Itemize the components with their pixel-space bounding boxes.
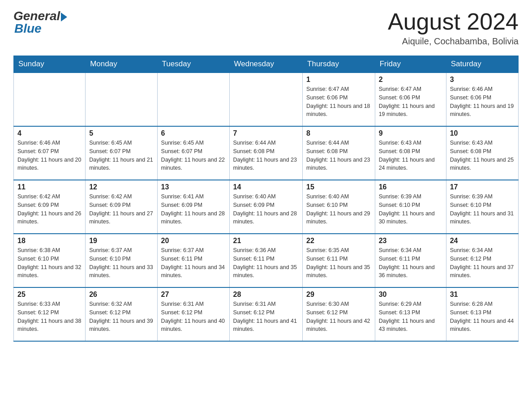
day-info: Sunrise: 6:47 AM Sunset: 6:06 PM Dayligh… — [306, 85, 371, 119]
calendar-week-row: 1Sunrise: 6:47 AM Sunset: 6:06 PM Daylig… — [14, 73, 519, 126]
logo: General Blue — [13, 9, 67, 36]
day-number: 14 — [233, 183, 299, 191]
calendar-day-cell: 28Sunrise: 6:31 AM Sunset: 6:12 PM Dayli… — [229, 287, 303, 341]
day-info: Sunrise: 6:42 AM Sunset: 6:09 PM Dayligh… — [17, 193, 82, 226]
day-number: 30 — [379, 291, 442, 299]
calendar-day-cell: 29Sunrise: 6:30 AM Sunset: 6:12 PM Dayli… — [303, 287, 375, 341]
calendar-day-header: Monday — [86, 56, 157, 73]
day-number: 18 — [17, 237, 82, 245]
day-info: Sunrise: 6:33 AM Sunset: 6:12 PM Dayligh… — [17, 300, 82, 334]
calendar-week-row: 11Sunrise: 6:42 AM Sunset: 6:09 PM Dayli… — [14, 180, 519, 234]
day-info: Sunrise: 6:41 AM Sunset: 6:09 PM Dayligh… — [161, 193, 226, 226]
calendar-day-cell: 12Sunrise: 6:42 AM Sunset: 6:09 PM Dayli… — [86, 180, 157, 234]
calendar-day-cell: 31Sunrise: 6:28 AM Sunset: 6:13 PM Dayli… — [446, 287, 518, 341]
day-info: Sunrise: 6:39 AM Sunset: 6:10 PM Dayligh… — [379, 193, 442, 226]
calendar-day-cell: 25Sunrise: 6:33 AM Sunset: 6:12 PM Dayli… — [14, 287, 86, 341]
day-info: Sunrise: 6:43 AM Sunset: 6:08 PM Dayligh… — [379, 139, 442, 172]
day-number: 15 — [306, 183, 371, 191]
day-number: 11 — [17, 183, 82, 191]
day-info: Sunrise: 6:37 AM Sunset: 6:10 PM Dayligh… — [89, 246, 153, 280]
day-info: Sunrise: 6:34 AM Sunset: 6:12 PM Dayligh… — [450, 246, 515, 280]
day-number: 24 — [450, 237, 515, 245]
day-info: Sunrise: 6:29 AM Sunset: 6:13 PM Dayligh… — [379, 300, 442, 334]
day-number: 29 — [306, 291, 371, 299]
calendar-day-cell — [14, 73, 86, 126]
day-info: Sunrise: 6:46 AM Sunset: 6:06 PM Dayligh… — [450, 85, 515, 119]
day-number: 28 — [233, 291, 299, 299]
calendar-day-header: Wednesday — [229, 56, 303, 73]
calendar-day-header: Sunday — [14, 56, 86, 73]
day-info: Sunrise: 6:32 AM Sunset: 6:12 PM Dayligh… — [89, 300, 153, 334]
month-title: August 2024 — [388, 9, 519, 34]
calendar-week-row: 4Sunrise: 6:46 AM Sunset: 6:07 PM Daylig… — [14, 126, 519, 180]
location: Aiquile, Cochabamba, Bolivia — [388, 36, 519, 47]
calendar-day-cell: 8Sunrise: 6:44 AM Sunset: 6:08 PM Daylig… — [303, 126, 375, 180]
day-info: Sunrise: 6:30 AM Sunset: 6:12 PM Dayligh… — [306, 300, 371, 334]
calendar-week-row: 25Sunrise: 6:33 AM Sunset: 6:12 PM Dayli… — [14, 287, 519, 341]
day-number: 16 — [379, 183, 442, 191]
calendar-day-cell: 19Sunrise: 6:37 AM Sunset: 6:10 PM Dayli… — [86, 234, 157, 287]
calendar-day-cell: 7Sunrise: 6:44 AM Sunset: 6:08 PM Daylig… — [229, 126, 303, 180]
day-number: 21 — [233, 237, 299, 245]
calendar-header-row: SundayMondayTuesdayWednesdayThursdayFrid… — [14, 56, 519, 73]
day-info: Sunrise: 6:36 AM Sunset: 6:11 PM Dayligh… — [233, 246, 299, 280]
calendar-week-row: 18Sunrise: 6:38 AM Sunset: 6:10 PM Dayli… — [14, 234, 519, 287]
calendar-day-header: Tuesday — [157, 56, 229, 73]
day-number: 26 — [89, 291, 153, 299]
calendar-day-cell: 3Sunrise: 6:46 AM Sunset: 6:06 PM Daylig… — [446, 73, 518, 126]
calendar-day-header: Saturday — [446, 56, 518, 73]
calendar-day-cell: 2Sunrise: 6:47 AM Sunset: 6:06 PM Daylig… — [375, 73, 446, 126]
day-number: 10 — [450, 129, 515, 137]
calendar-day-header: Thursday — [303, 56, 375, 73]
calendar-day-cell: 6Sunrise: 6:45 AM Sunset: 6:07 PM Daylig… — [157, 126, 229, 180]
calendar-day-header: Friday — [375, 56, 446, 73]
day-info: Sunrise: 6:45 AM Sunset: 6:07 PM Dayligh… — [89, 139, 153, 172]
day-info: Sunrise: 6:47 AM Sunset: 6:06 PM Dayligh… — [379, 85, 442, 119]
day-info: Sunrise: 6:39 AM Sunset: 6:10 PM Dayligh… — [450, 193, 515, 226]
day-number: 25 — [17, 291, 82, 299]
day-number: 19 — [89, 237, 153, 245]
day-info: Sunrise: 6:37 AM Sunset: 6:11 PM Dayligh… — [161, 246, 226, 280]
calendar-day-cell — [157, 73, 229, 126]
day-info: Sunrise: 6:31 AM Sunset: 6:12 PM Dayligh… — [233, 300, 299, 334]
day-number: 27 — [161, 291, 226, 299]
day-number: 8 — [306, 129, 371, 137]
day-info: Sunrise: 6:44 AM Sunset: 6:08 PM Dayligh… — [233, 139, 299, 172]
day-info: Sunrise: 6:44 AM Sunset: 6:08 PM Dayligh… — [306, 139, 371, 172]
day-info: Sunrise: 6:46 AM Sunset: 6:07 PM Dayligh… — [17, 139, 82, 172]
day-number: 1 — [306, 76, 371, 84]
calendar-day-cell: 4Sunrise: 6:46 AM Sunset: 6:07 PM Daylig… — [14, 126, 86, 180]
calendar-day-cell: 14Sunrise: 6:40 AM Sunset: 6:09 PM Dayli… — [229, 180, 303, 234]
day-info: Sunrise: 6:45 AM Sunset: 6:07 PM Dayligh… — [161, 139, 226, 172]
day-number: 31 — [450, 291, 515, 299]
calendar-day-cell: 17Sunrise: 6:39 AM Sunset: 6:10 PM Dayli… — [446, 180, 518, 234]
day-info: Sunrise: 6:28 AM Sunset: 6:13 PM Dayligh… — [450, 300, 515, 334]
calendar-day-cell: 18Sunrise: 6:38 AM Sunset: 6:10 PM Dayli… — [14, 234, 86, 287]
calendar-day-cell: 21Sunrise: 6:36 AM Sunset: 6:11 PM Dayli… — [229, 234, 303, 287]
day-info: Sunrise: 6:34 AM Sunset: 6:11 PM Dayligh… — [379, 246, 442, 280]
day-info: Sunrise: 6:35 AM Sunset: 6:11 PM Dayligh… — [306, 246, 371, 280]
calendar-day-cell: 13Sunrise: 6:41 AM Sunset: 6:09 PM Dayli… — [157, 180, 229, 234]
day-info: Sunrise: 6:40 AM Sunset: 6:10 PM Dayligh… — [306, 193, 371, 226]
calendar-day-cell: 16Sunrise: 6:39 AM Sunset: 6:10 PM Dayli… — [375, 180, 446, 234]
day-number: 22 — [306, 237, 371, 245]
day-number: 17 — [450, 183, 515, 191]
calendar-day-cell — [86, 73, 157, 126]
day-info: Sunrise: 6:38 AM Sunset: 6:10 PM Dayligh… — [17, 246, 82, 280]
day-number: 5 — [89, 129, 153, 137]
calendar-day-cell: 1Sunrise: 6:47 AM Sunset: 6:06 PM Daylig… — [303, 73, 375, 126]
calendar-day-cell: 23Sunrise: 6:34 AM Sunset: 6:11 PM Dayli… — [375, 234, 446, 287]
day-number: 2 — [379, 76, 442, 84]
day-number: 3 — [450, 76, 515, 84]
logo-blue-text: Blue — [14, 21, 42, 36]
calendar-day-cell: 22Sunrise: 6:35 AM Sunset: 6:11 PM Dayli… — [303, 234, 375, 287]
calendar-day-cell: 5Sunrise: 6:45 AM Sunset: 6:07 PM Daylig… — [86, 126, 157, 180]
calendar-day-cell: 20Sunrise: 6:37 AM Sunset: 6:11 PM Dayli… — [157, 234, 229, 287]
day-number: 20 — [161, 237, 226, 245]
calendar-day-cell: 26Sunrise: 6:32 AM Sunset: 6:12 PM Dayli… — [86, 287, 157, 341]
day-info: Sunrise: 6:43 AM Sunset: 6:08 PM Dayligh… — [450, 139, 515, 172]
title-area: August 2024 Aiquile, Cochabamba, Bolivia — [388, 9, 519, 47]
day-number: 7 — [233, 129, 299, 137]
day-number: 13 — [161, 183, 226, 191]
day-info: Sunrise: 6:40 AM Sunset: 6:09 PM Dayligh… — [233, 193, 299, 226]
